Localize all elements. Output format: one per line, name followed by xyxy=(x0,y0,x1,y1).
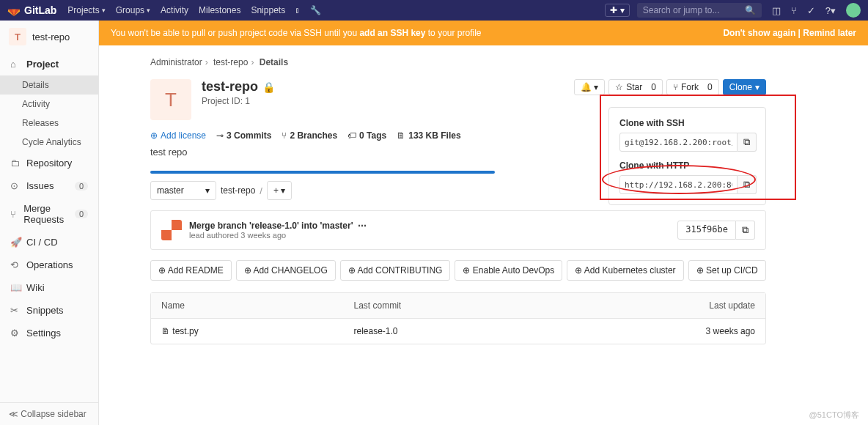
file-name[interactable]: 🗎 test.py xyxy=(161,326,354,336)
nav-projects[interactable]: Projects▾ xyxy=(67,5,105,15)
add-license-link[interactable]: ⊕ Add license xyxy=(150,130,206,141)
clone-http-label: Clone with HTTP xyxy=(619,160,755,171)
sidebar-cycle[interactable]: Cycle Analytics xyxy=(0,133,98,152)
watermark: @51CTO博客 xyxy=(809,410,859,421)
sidebar-activity[interactable]: Activity xyxy=(0,95,98,114)
commit-sha[interactable]: 315f96be xyxy=(677,221,736,240)
fork-button[interactable]: ⑂ Fork xyxy=(666,79,705,95)
issues-icon: ⊙ xyxy=(10,180,21,191)
star-count: 0 xyxy=(645,79,663,95)
header-commit: Last commit xyxy=(354,300,675,311)
content: You won't be able to pull or push projec… xyxy=(99,21,868,425)
brand-text: GitLab xyxy=(24,4,56,16)
branches-count[interactable]: ⑂ 2 Branches xyxy=(282,130,337,141)
clone-ssh-input[interactable] xyxy=(619,133,738,152)
table-row[interactable]: 🗎 test.py release-1.0 3 weeks ago xyxy=(151,319,765,344)
sidebar-project[interactable]: ⌂Project xyxy=(0,53,98,75)
header-name: Name xyxy=(161,300,354,311)
clone-http-input[interactable] xyxy=(619,175,738,194)
path-root[interactable]: test-repo xyxy=(221,185,255,196)
search-input[interactable]: Search or jump to... 🔍 xyxy=(637,3,762,18)
nav-wrench-icon[interactable]: 🔧 xyxy=(310,5,321,15)
mr-count: 0 xyxy=(75,210,88,218)
merge-icon: ⑂ xyxy=(10,209,18,220)
sidebar-snippets[interactable]: ✂Snippets xyxy=(0,299,98,322)
copy-ssh-button[interactable]: ⧉ xyxy=(738,133,757,152)
sidebar: T test-repo ⌂Project Details Activity Re… xyxy=(0,21,99,425)
commit-meta: lead authored 3 weeks ago xyxy=(189,231,367,240)
sidebar-operations[interactable]: ⟲Operations xyxy=(0,254,98,276)
nav-milestones[interactable]: Milestones xyxy=(199,5,240,15)
tags-count[interactable]: 🏷 0 Tags xyxy=(347,130,386,141)
clone-button[interactable]: Clone ▾ xyxy=(723,79,766,95)
gear-icon: ⚙ xyxy=(10,328,21,339)
snippet-icon: ✂ xyxy=(10,305,21,316)
lock-icon: 🔒 xyxy=(262,81,275,93)
crumb-admin[interactable]: Administrator xyxy=(150,57,202,67)
ssh-alert: You won't be able to pull or push projec… xyxy=(99,21,868,45)
clone-panel: Clone with SSH ⧉ Clone with HTTP ⧉ xyxy=(608,107,766,205)
copy-http-button[interactable]: ⧉ xyxy=(738,175,757,194)
add-readme-button[interactable]: ⊕ Add README xyxy=(150,260,232,281)
issues-icon[interactable]: ◫ xyxy=(772,5,781,16)
plus-dropdown[interactable]: ✚ ▾ xyxy=(605,4,629,17)
issues-count: 0 xyxy=(75,182,88,191)
sidebar-issues[interactable]: ⊙Issues0 xyxy=(0,174,98,197)
add-file-dropdown[interactable]: + ▾ xyxy=(267,181,292,200)
add-changelog-button[interactable]: ⊕ Add CHANGELOG xyxy=(236,260,336,281)
setup-cicd-button[interactable]: ⊕ Set up CI/CD xyxy=(688,260,766,281)
clone-ssh-label: Clone with SSH xyxy=(619,118,755,128)
collapse-sidebar[interactable]: ≪ Collapse sidebar xyxy=(0,402,98,425)
star-button[interactable]: ☆ Star xyxy=(608,79,649,95)
gitlab-logo[interactable]: GitLab xyxy=(7,4,56,17)
enable-autodevops-button[interactable]: ⊕ Enable Auto DevOps xyxy=(455,260,562,281)
sidebar-repository[interactable]: 🗀Repository xyxy=(0,152,98,174)
add-kubernetes-button[interactable]: ⊕ Add Kubernetes cluster xyxy=(567,260,683,281)
help-icon[interactable]: ?▾ xyxy=(825,5,836,16)
file-last-commit[interactable]: release-1.0 xyxy=(354,326,675,336)
search-icon: 🔍 xyxy=(745,5,756,15)
ops-icon: ⟲ xyxy=(10,259,21,270)
setup-buttons: ⊕ Add README ⊕ Add CHANGELOG ⊕ Add CONTR… xyxy=(150,260,766,281)
sidebar-merge-requests[interactable]: ⑂Merge Requests0 xyxy=(0,197,98,231)
files-size[interactable]: 🗎 133 KB Files xyxy=(397,130,460,141)
commits-count[interactable]: ⊸ 3 Commits xyxy=(216,130,271,141)
project-id: Project ID: 1 xyxy=(202,96,275,106)
notification-btn[interactable]: 🔔 ▾ xyxy=(574,79,605,95)
user-avatar[interactable] xyxy=(846,3,861,18)
sidebar-settings[interactable]: ⚙Settings xyxy=(0,322,98,344)
topbar: GitLab Projects▾ Groups▾ Activity Milest… xyxy=(0,0,868,21)
crumb-repo[interactable]: test-repo xyxy=(213,57,248,67)
nav-groups[interactable]: Groups▾ xyxy=(116,5,150,15)
crumb-details: Details xyxy=(260,57,288,67)
remind-later[interactable]: Remind later xyxy=(803,28,856,38)
commit-message[interactable]: Merge branch 'release-1.0' into 'master'… xyxy=(189,221,367,231)
dont-show-again[interactable]: Don't show again xyxy=(723,28,795,38)
search-placeholder: Search or jump to... xyxy=(643,5,720,15)
branch-select[interactable]: master▾ xyxy=(150,181,216,200)
alert-actions: Don't show again | Remind later xyxy=(723,28,856,38)
copy-sha-button[interactable]: ⧉ xyxy=(736,221,755,240)
sidebar-details[interactable]: Details xyxy=(0,75,98,95)
home-icon: ⌂ xyxy=(10,59,21,70)
rocket-icon: 🚀 xyxy=(10,237,21,248)
header-update: Last update xyxy=(674,300,755,311)
project-title: test-repo🔒 xyxy=(202,79,275,95)
sidebar-releases[interactable]: Releases xyxy=(0,114,98,133)
sidebar-cicd[interactable]: 🚀CI / CD xyxy=(0,231,98,254)
nav-snippets[interactable]: Snippets xyxy=(251,5,285,15)
sidebar-wiki[interactable]: 📖Wiki xyxy=(0,276,98,299)
action-row: 🔔 ▾ ☆ Star0 ⑂ Fork0 Clone ▾ Clone with S… xyxy=(574,79,766,95)
book-icon: 📖 xyxy=(10,282,21,293)
alert-text: You won't be able to pull or push projec… xyxy=(111,28,482,38)
merge-icon[interactable]: ⑂ xyxy=(791,5,797,16)
sidebar-project-head[interactable]: T test-repo xyxy=(0,21,98,53)
language-bar xyxy=(150,171,495,174)
nav-activity[interactable]: Activity xyxy=(161,5,188,15)
nav-stats-icon[interactable]: ⫾ xyxy=(295,5,300,15)
file-last-update: 3 weeks ago xyxy=(674,326,755,336)
add-contributing-button[interactable]: ⊕ Add CONTRIBUTING xyxy=(340,260,451,281)
todos-icon[interactable]: ✓ xyxy=(807,5,815,16)
alert-link[interactable]: add an SSH key xyxy=(359,28,425,38)
project-avatar: T xyxy=(9,28,26,45)
